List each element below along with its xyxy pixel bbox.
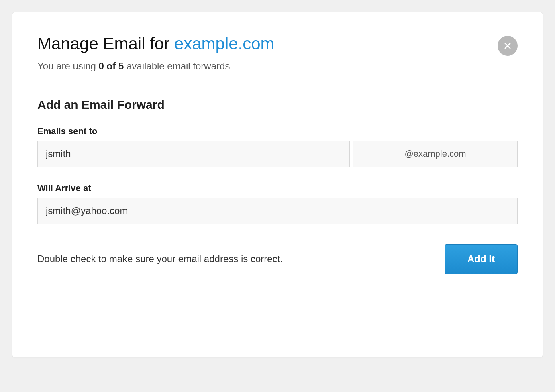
panel-title-domain[interactable]: example.com	[174, 34, 275, 53]
add-it-button[interactable]: Add It	[445, 244, 518, 274]
sent-to-label: Emails sent to	[37, 126, 518, 137]
domain-suffix-box: @example.com	[353, 141, 518, 167]
arrive-at-label: Will Arrive at	[37, 183, 518, 194]
manage-email-panel: Manage Email for example.com You are usi…	[12, 12, 543, 357]
usage-prefix: You are using	[37, 61, 99, 71]
divider	[37, 84, 518, 84]
footer-row: Double check to make sure your email add…	[37, 244, 518, 274]
alias-input[interactable]	[37, 141, 350, 167]
usage-suffix: available email forwards	[124, 61, 230, 71]
usage-line: You are using 0 of 5 available email for…	[37, 61, 518, 72]
close-button[interactable]	[498, 36, 518, 56]
hint-text: Double check to make sure your email add…	[37, 253, 283, 265]
panel-title: Manage Email for example.com	[37, 34, 518, 53]
sent-to-row: @example.com	[37, 141, 518, 167]
panel-title-prefix: Manage Email for	[37, 34, 174, 53]
usage-count: 0 of 5	[99, 61, 124, 71]
section-title: Add an Email Forward	[37, 98, 518, 112]
destination-input[interactable]	[37, 198, 518, 224]
close-icon	[503, 41, 512, 51]
